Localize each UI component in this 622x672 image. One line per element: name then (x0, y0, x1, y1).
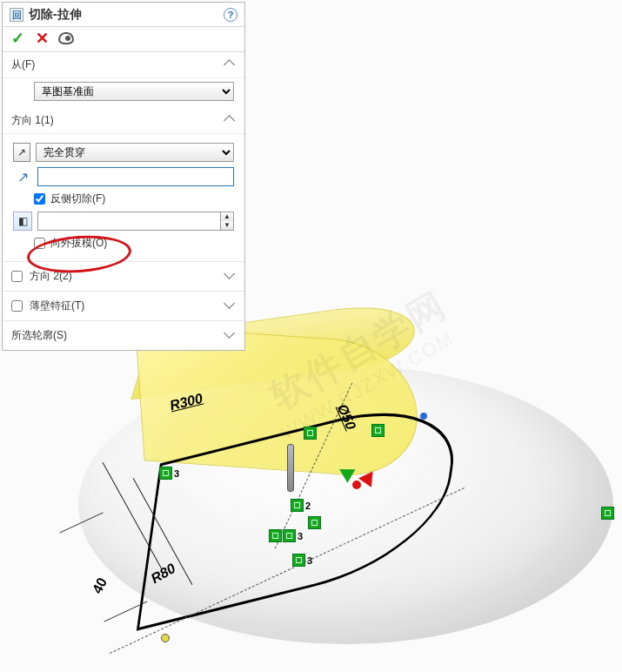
preview-toggle[interactable] (58, 30, 74, 46)
sketch-relation-anchor[interactable] (269, 529, 282, 542)
sketch-relation-anchor[interactable] (292, 554, 305, 567)
section-thin-header[interactable]: 薄壁特征(T) (3, 291, 244, 320)
eye-icon (58, 32, 74, 44)
dimension-40[interactable]: 40 (90, 575, 110, 596)
chevron-up-icon (225, 60, 236, 71)
section-dir1-body: ↗ 完全贯穿 ↗ 反侧切除(F) ◧ ▲▼ 向外拔模(O) (3, 134, 244, 261)
sketch-endpoint[interactable] (161, 634, 170, 642)
feature-icon: 回 (10, 8, 23, 22)
anchor-count: 3 (174, 468, 179, 479)
triad-origin[interactable] (352, 480, 361, 489)
section-dir1-label: 方向 1(1) (11, 113, 54, 128)
draft-outward-label: 向外拔模(O) (50, 236, 107, 251)
from-select[interactable]: 草图基准面 (34, 82, 234, 101)
draft-icon[interactable]: ◧ (13, 212, 32, 231)
chevron-down-icon (225, 272, 236, 282)
section-dir1-header[interactable]: 方向 1(1) (3, 108, 244, 134)
end-condition-select[interactable]: 完全贯穿 (36, 143, 234, 162)
draft-angle-input[interactable] (37, 212, 220, 231)
sketch-relation-anchor[interactable] (159, 467, 172, 480)
thin-enable-checkbox[interactable] (11, 300, 23, 312)
section-dir2-label: 方向 2(2) (30, 269, 72, 284)
direction-vector-icon: ↗ (13, 167, 32, 186)
sketch-relation-anchor[interactable] (308, 516, 321, 529)
anchor-count: 3 (298, 531, 303, 541)
reverse-cut-checkbox[interactable] (34, 193, 45, 205)
section-contours-header[interactable]: 所选轮廓(S) (3, 320, 244, 350)
panel-titlebar: 回 切除-拉伸 ? (3, 3, 244, 27)
draft-outward-checkbox[interactable] (34, 238, 45, 249)
sketch-relation-anchor[interactable] (283, 529, 296, 542)
section-from-body: 草图基准面 (3, 78, 244, 108)
chevron-down-icon (225, 301, 236, 312)
chevron-up-icon (225, 116, 236, 126)
panel-title: 切除-拉伸 (29, 7, 218, 23)
chevron-down-icon (225, 331, 236, 341)
sketch-endpoint[interactable] (420, 413, 427, 420)
ok-button[interactable]: ✓ (10, 30, 25, 46)
sketch-relation-anchor[interactable] (291, 499, 304, 512)
sketch-relation-anchor[interactable] (601, 507, 614, 520)
reverse-cut-checkbox-row[interactable]: 反侧切除(F) (34, 192, 234, 206)
draft-outward-checkbox-row[interactable]: 向外拔模(O) (34, 236, 234, 251)
anchor-count: 3 (307, 555, 312, 566)
section-from-header[interactable]: 从(F) (3, 52, 244, 78)
sketch-relation-anchor[interactable] (304, 427, 317, 440)
dir2-enable-checkbox[interactable] (11, 271, 23, 282)
anchor-count: 2 (305, 501, 311, 511)
section-contours-label: 所选轮廓(S) (11, 328, 67, 343)
draft-angle-field[interactable]: ▲▼ (37, 212, 234, 231)
feature-property-panel: 回 切除-拉伸 ? ✓ ✕ 从(F) 草图基准面 方向 1(1) ↗ 完全贯穿 … (2, 2, 245, 351)
direction-handle[interactable] (287, 444, 294, 492)
reverse-cut-label: 反侧切除(F) (50, 192, 105, 206)
reverse-direction-button[interactable]: ↗ (13, 143, 30, 162)
cancel-button[interactable]: ✕ (34, 30, 50, 46)
direction-selection-field[interactable] (37, 167, 234, 186)
section-thin-label: 薄壁特征(T) (30, 299, 84, 313)
help-icon[interactable]: ? (224, 8, 237, 22)
section-dir2-header[interactable]: 方向 2(2) (3, 261, 244, 291)
panel-actionbar: ✓ ✕ (3, 27, 244, 52)
spinner-buttons[interactable]: ▲▼ (220, 212, 234, 231)
section-from-label: 从(F) (11, 57, 35, 72)
sketch-relation-anchor[interactable] (371, 424, 385, 437)
